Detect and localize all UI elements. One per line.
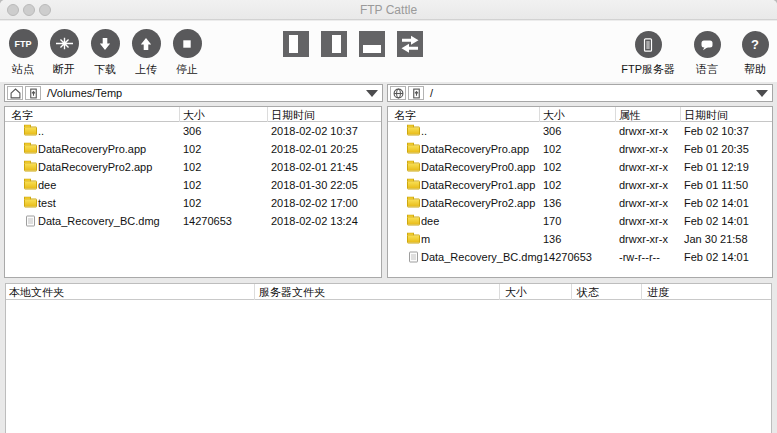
site-button-label: 站点 (12, 62, 34, 77)
stop-button-label: 停止 (176, 62, 198, 77)
file-size: 102 (543, 143, 561, 155)
download-button[interactable]: 下载 (89, 29, 121, 77)
file-size: 102 (183, 161, 201, 173)
stop-button[interactable]: 停止 (171, 29, 203, 77)
ftp-cattle-window: FTP Cattle FTP 站点 (0, 0, 777, 433)
local-list-header: 名字 大小 日期时间 (5, 107, 381, 122)
folder-icon (407, 199, 420, 208)
local-parent-dir-button[interactable] (25, 86, 41, 100)
remote-path-text: / (430, 87, 433, 99)
column-header-size[interactable]: 大小 (183, 108, 205, 123)
toolbar: FTP 站点 断开 (0, 21, 777, 82)
column-header-date[interactable]: 日期时间 (271, 108, 315, 123)
file-attributes: -rw-r--r-- (619, 251, 660, 263)
column-header-status[interactable]: 状态 (577, 285, 599, 300)
file-attributes: drwxr-xr-x (619, 197, 668, 209)
help-button[interactable]: ? 帮助 (739, 31, 771, 77)
folder-icon (407, 181, 420, 190)
file-size: 14270653 (183, 215, 232, 227)
remote-file-pane: 名字 大小 属性 日期时间 .. 306 drwxr-xr-x Feb 02 1… (387, 106, 773, 278)
download-arrow-icon (91, 29, 120, 58)
bottom-panel-icon (363, 45, 381, 53)
file-name: DataRecoveryPro2.app (38, 161, 152, 173)
local-path-bar[interactable]: /Volumes/Temp (4, 84, 383, 102)
home-button[interactable] (7, 86, 23, 100)
file-name: .. (38, 125, 44, 137)
globe-icon (393, 88, 404, 99)
file-row[interactable]: DataRecoveryPro2.app 102 2018-02-01 21:4… (5, 158, 381, 176)
folder-up-icon (411, 88, 422, 99)
column-header-size[interactable]: 大小 (543, 108, 565, 123)
file-row[interactable]: DataRecoveryPro.app 102 drwxr-xr-x Feb 0… (388, 140, 772, 158)
view-right-panel-button[interactable] (321, 31, 347, 57)
language-button[interactable]: 语言 (691, 31, 723, 77)
remote-path-chevron-down-icon[interactable] (756, 90, 768, 97)
remote-path-bar[interactable]: / (387, 84, 773, 102)
local-file-list: .. 306 2018-02-02 10:37 DataRecoveryPro.… (5, 122, 381, 230)
file-row[interactable]: DataRecoveryPro.app 102 2018-02-01 20:25 (5, 140, 381, 158)
file-date: 2018-02-01 20:25 (271, 143, 358, 155)
view-left-panel-button[interactable] (283, 31, 309, 57)
file-row[interactable]: m 136 drwxr-xr-x Jan 30 21:58 (388, 230, 772, 248)
file-name: test (38, 197, 56, 209)
column-header-date[interactable]: 日期时间 (684, 108, 728, 123)
toolbar-left-group: FTP 站点 断开 (7, 29, 203, 77)
view-bottom-panel-button[interactable] (359, 31, 385, 57)
file-name: dee (421, 215, 439, 227)
column-header-progress[interactable]: 进度 (647, 285, 669, 300)
ftp-server-button[interactable]: FTP服务器 (621, 31, 675, 77)
folder-icon (24, 199, 37, 208)
column-header-name[interactable]: 名字 (11, 108, 33, 123)
site-button[interactable]: FTP 站点 (7, 29, 39, 77)
file-row[interactable]: dee 170 drwxr-xr-x Feb 02 14:01 (388, 212, 772, 230)
file-date: Feb 02 10:37 (684, 125, 749, 137)
column-header-server-folder[interactable]: 服务器文件夹 (259, 285, 325, 300)
file-date: 2018-02-02 10:37 (271, 125, 358, 137)
file-size: 306 (183, 125, 201, 137)
column-header-attr[interactable]: 属性 (619, 108, 641, 123)
column-header-size[interactable]: 大小 (505, 285, 527, 300)
local-path-chevron-down-icon[interactable] (366, 90, 378, 97)
folder-icon (407, 145, 420, 154)
file-row[interactable]: test 102 2018-02-02 17:00 (5, 194, 381, 212)
column-header-local-folder[interactable]: 本地文件夹 (9, 285, 64, 300)
home-icon (10, 88, 21, 99)
file-date: 2018-01-30 22:05 (271, 179, 358, 191)
file-row[interactable]: .. 306 2018-02-02 10:37 (5, 122, 381, 140)
file-row[interactable]: Data_Recovery_BC.dmg 14270653 2018-02-02… (5, 212, 381, 230)
file-name: Data_Recovery_BC.dmg (421, 251, 543, 263)
folder-icon (407, 217, 420, 226)
file-size: 306 (543, 125, 561, 137)
file-date: Feb 01 11:50 (684, 179, 748, 191)
window-title: FTP Cattle (0, 3, 777, 17)
language-button-label: 语言 (696, 62, 718, 77)
file-name: dee (38, 179, 56, 191)
server-icon (635, 31, 662, 58)
file-size: 102 (183, 143, 201, 155)
file-date: Jan 30 21:58 (684, 233, 748, 245)
disconnect-button[interactable]: 断开 (48, 29, 80, 77)
folder-icon (407, 235, 420, 244)
file-size: 102 (543, 179, 561, 191)
column-header-name[interactable]: 名字 (394, 108, 416, 123)
file-row[interactable]: DataRecoveryPro0.app 102 drwxr-xr-x Feb … (388, 158, 772, 176)
file-row[interactable]: Data_Recovery_BC.dmg 14270653 -rw-r--r--… (388, 248, 772, 266)
file-row[interactable]: dee 102 2018-01-30 22:05 (5, 176, 381, 194)
speech-bubble-icon (694, 31, 721, 58)
file-row[interactable]: DataRecoveryPro1.app 102 drwxr-xr-x Feb … (388, 176, 772, 194)
content-area: /Volumes/Temp / (0, 82, 777, 433)
file-row[interactable]: DataRecoveryPro2.app 136 drwxr-xr-x Feb … (388, 194, 772, 212)
file-row[interactable]: .. 306 drwxr-xr-x Feb 02 10:37 (388, 122, 772, 140)
file-attributes: drwxr-xr-x (619, 125, 668, 137)
transfer-view-button[interactable] (397, 31, 423, 57)
upload-button[interactable]: 上传 (130, 29, 162, 77)
folder-icon (24, 145, 37, 154)
file-date: Feb 02 14:01 (684, 197, 749, 209)
file-size: 14270653 (543, 251, 592, 263)
file-icon (409, 252, 418, 263)
remote-parent-dir-button[interactable] (408, 86, 424, 100)
file-size: 170 (543, 215, 561, 227)
file-size: 136 (543, 233, 561, 245)
upload-arrow-icon (132, 29, 161, 58)
remote-root-button[interactable] (390, 86, 406, 100)
